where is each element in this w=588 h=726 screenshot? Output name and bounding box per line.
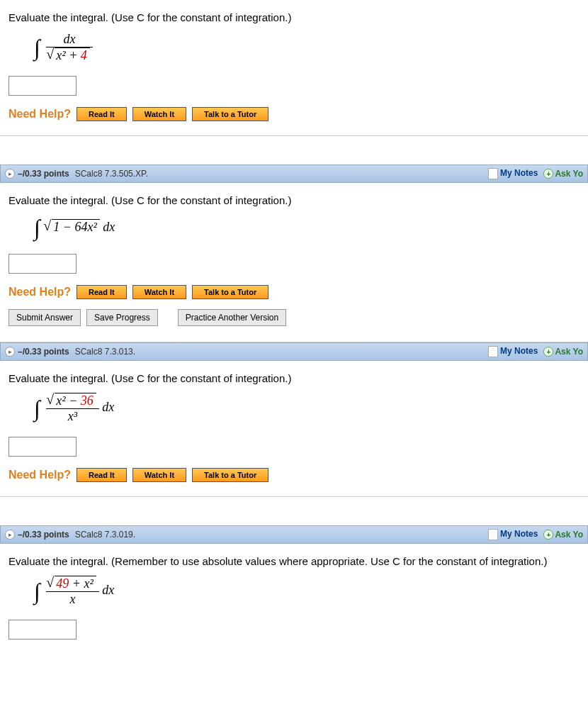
need-help-row: Need Help? Read It Watch It Talk to a Tu… xyxy=(6,281,582,303)
integral-sign: ∫ xyxy=(34,215,40,241)
integral-expression: ∫ dx x² + 4 xyxy=(6,26,582,72)
question-3: Evaluate the integral. (Use C for the co… xyxy=(0,361,588,497)
expand-icon[interactable]: ▸ xyxy=(5,347,15,357)
read-it-button[interactable]: Read It xyxy=(77,107,127,121)
expand-icon[interactable]: ▸ xyxy=(5,530,15,540)
source-label: SCalc8 7.3.019. xyxy=(75,530,135,540)
read-it-button[interactable]: Read It xyxy=(77,285,127,299)
points-label: –/0.33 points xyxy=(18,530,69,540)
dx: dx xyxy=(99,400,115,414)
integral-sign: ∫ xyxy=(34,579,40,605)
watch-it-button[interactable]: Watch It xyxy=(132,285,186,299)
need-help-label: Need Help? xyxy=(9,286,71,298)
dx: dx xyxy=(99,583,115,597)
answer-input[interactable] xyxy=(9,437,77,457)
action-row: Submit Answer Save Progress Practice Ano… xyxy=(6,303,582,332)
dx: dx xyxy=(100,220,115,234)
practice-another-button[interactable]: Practice Another Version xyxy=(178,309,286,326)
note-icon xyxy=(488,529,498,540)
read-it-button[interactable]: Read It xyxy=(77,468,127,482)
watch-it-button[interactable]: Watch It xyxy=(132,468,186,482)
ask-teacher-link[interactable]: +Ask Yo xyxy=(543,347,583,357)
source-label: SCalc8 7.3.505.XP. xyxy=(75,169,148,179)
talk-tutor-button[interactable]: Talk to a Tutor xyxy=(192,468,268,482)
talk-tutor-button[interactable]: Talk to a Tutor xyxy=(192,107,268,121)
plus-icon: + xyxy=(543,530,553,540)
integral-expression: ∫ 1 − 64x² dx xyxy=(6,209,582,250)
prompt-span: Evaluate the integral. (Use C for the co… xyxy=(9,11,291,23)
expand-icon[interactable]: ▸ xyxy=(5,169,15,179)
radicand-base: x² − xyxy=(56,393,81,408)
prompt-text: Evaluate the integral. (Remember to use … xyxy=(6,549,582,570)
answer-input[interactable] xyxy=(9,254,77,274)
answer-input[interactable] xyxy=(9,620,77,640)
source-label: SCalc8 7.3.013. xyxy=(75,347,135,357)
question-4: Evaluate the integral. (Remember to use … xyxy=(0,544,588,647)
question-2: Evaluate the integral. (Use C for the co… xyxy=(0,183,588,342)
integral-sign: ∫ xyxy=(34,396,40,422)
answer-input[interactable] xyxy=(9,76,77,96)
note-icon xyxy=(488,346,498,357)
radicand-rest: + x² xyxy=(69,576,94,591)
prompt-text: Evaluate the integral. (Use C for the co… xyxy=(6,367,582,387)
need-help-label: Need Help? xyxy=(9,108,71,121)
my-notes-link[interactable]: My Notes xyxy=(488,168,538,179)
denominator: x³ xyxy=(68,409,77,423)
question-1: Evaluate the integral. (Use C for the co… xyxy=(0,0,588,136)
radicand-constant: 36 xyxy=(81,393,94,408)
integral-sign: ∫ xyxy=(34,35,40,61)
question-header-3: ▸ –/0.33 points SCalc8 7.3.013. My Notes… xyxy=(0,342,588,361)
prompt-text: Evaluate the integral. (Use C for the co… xyxy=(6,6,582,26)
points-label: –/0.33 points xyxy=(18,169,69,179)
save-progress-button[interactable]: Save Progress xyxy=(86,309,158,326)
submit-answer-button[interactable]: Submit Answer xyxy=(9,309,81,326)
my-notes-link[interactable]: My Notes xyxy=(488,529,538,540)
integral-expression: ∫ x² − 36 x³ dx xyxy=(6,387,582,432)
watch-it-button[interactable]: Watch It xyxy=(132,107,186,121)
radicand-constant: 49 xyxy=(56,576,69,591)
radicand: 1 − 64x² xyxy=(53,220,97,234)
need-help-row: Need Help? Read It Watch It Talk to a Tu… xyxy=(6,464,582,486)
question-header-2: ▸ –/0.33 points SCalc8 7.3.505.XP. My No… xyxy=(0,164,588,183)
denominator: x xyxy=(70,592,76,606)
points-label: –/0.33 points xyxy=(18,347,69,357)
prompt-text: Evaluate the integral. (Use C for the co… xyxy=(6,189,582,209)
note-icon xyxy=(488,168,498,179)
ask-teacher-link[interactable]: +Ask Yo xyxy=(543,530,583,540)
ask-teacher-link[interactable]: +Ask Yo xyxy=(543,169,583,179)
talk-tutor-button[interactable]: Talk to a Tutor xyxy=(192,285,268,299)
den-base: x² + xyxy=(56,48,81,62)
plus-icon: + xyxy=(543,347,553,357)
question-header-4: ▸ –/0.33 points SCalc8 7.3.019. My Notes… xyxy=(0,525,588,544)
den-constant: 4 xyxy=(81,48,87,62)
need-help-label: Need Help? xyxy=(9,469,71,481)
num: dx xyxy=(64,32,76,46)
need-help-row: Need Help? Read It Watch It Talk to a Tu… xyxy=(6,103,582,125)
integral-expression: ∫ 49 + x² x dx xyxy=(6,570,582,615)
my-notes-link[interactable]: My Notes xyxy=(488,346,538,357)
plus-icon: + xyxy=(543,169,553,179)
